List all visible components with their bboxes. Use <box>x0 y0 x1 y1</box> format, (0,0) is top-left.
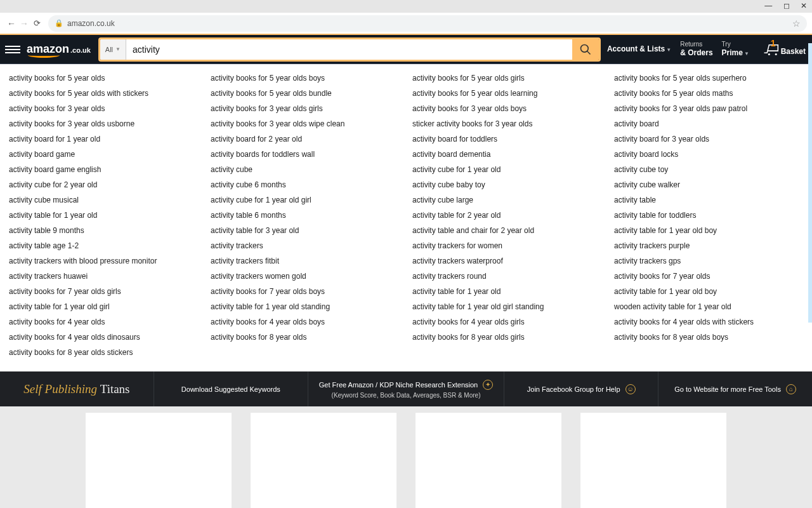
suggestion-item <box>211 345 400 360</box>
suggestion-item[interactable]: activity board dementia <box>412 147 601 162</box>
suggestion-item[interactable]: activity table for 1 year old boy <box>614 223 803 238</box>
ext-brand[interactable]: Self Publishing Titans <box>0 371 154 406</box>
hamburger-menu[interactable] <box>5 42 20 57</box>
suggestion-item[interactable]: activity trackers with blood pressure mo… <box>9 253 198 269</box>
suggestion-item[interactable]: activity books for 5 year olds bundle <box>211 86 400 101</box>
suggestion-item[interactable]: activity table for 1 year old boy <box>614 284 803 299</box>
close-icon[interactable]: ✕ <box>801 1 807 10</box>
ext-download-keywords[interactable]: Download Suggested Keywords <box>154 371 308 406</box>
suggestion-item[interactable]: activity books for 3 year olds <box>9 101 198 116</box>
amazon-logo[interactable]: amazon .co.uk <box>27 43 91 56</box>
suggestion-item[interactable]: activity trackers round <box>412 269 601 284</box>
suggestion-item[interactable]: activity table <box>614 192 803 208</box>
suggestion-item[interactable]: activity books for 7 year olds girls <box>9 284 198 299</box>
suggestion-item[interactable]: activity cube <box>211 162 400 177</box>
suggestion-item[interactable]: sticker activity books for 3 year olds <box>412 116 601 131</box>
suggestion-item[interactable]: activity trackers waterproof <box>412 253 601 269</box>
smile-icon <box>28 53 60 58</box>
returns-link[interactable]: Returns & Orders <box>680 41 712 57</box>
suggestion-item[interactable]: activity books for 5 year olds learning <box>412 86 601 101</box>
suggestion-item[interactable]: activity books for 4 year olds girls <box>412 314 601 330</box>
suggestion-item[interactable]: activity table for 2 year old <box>412 208 601 223</box>
suggestion-item[interactable]: activity books for 4 year olds <box>9 314 198 330</box>
suggestion-item[interactable]: activity cube musical <box>9 192 198 208</box>
suggestion-item <box>412 345 601 360</box>
bookmark-icon[interactable]: ☆ <box>792 18 801 29</box>
suggestion-item[interactable]: activity trackers gps <box>614 253 803 269</box>
suggestion-item[interactable]: activity board for toddlers <box>412 131 601 147</box>
suggestion-item[interactable]: activity books for 8 year olds girls <box>412 330 601 345</box>
suggestion-item[interactable]: wooden activity table for 1 year old <box>614 299 803 314</box>
suggestion-item[interactable]: activity cube for 1 year old girl <box>211 192 400 208</box>
suggestion-item[interactable]: activity trackers purple <box>614 238 803 253</box>
reload-button[interactable]: ⟳ <box>30 18 43 28</box>
suggestion-item[interactable]: activity books for 4 year olds with stic… <box>614 314 803 330</box>
suggestion-item[interactable]: activity cube for 2 year old <box>9 177 198 192</box>
scrollbar[interactable] <box>808 43 812 323</box>
back-button[interactable]: ← <box>5 18 18 29</box>
suggestion-item[interactable]: activity board for 3 year olds <box>614 131 803 147</box>
suggestion-item[interactable]: activity books for 3 year olds girls <box>211 101 400 116</box>
suggestion-item[interactable]: activity books for 5 year olds maths <box>614 86 803 101</box>
search-button[interactable] <box>572 39 599 60</box>
account-link[interactable]: Account & Lists▼ <box>607 44 671 53</box>
suggestion-item[interactable]: activity books for 3 year olds usborne <box>9 116 198 131</box>
suggestion-item[interactable]: activity table for 1 year old girl <box>9 299 198 314</box>
suggestion-item[interactable]: activity trackers women gold <box>211 269 400 284</box>
suggestion-item[interactable]: activity board for 2 year old <box>211 131 400 147</box>
suggestion-item[interactable]: activity table 6 months <box>211 208 400 223</box>
suggestion-item[interactable]: activity board <box>614 116 803 131</box>
suggestion-item[interactable]: activity books for 8 year olds <box>211 330 400 345</box>
suggestion-item[interactable]: activity table for 1 year old standing <box>211 299 400 314</box>
suggestion-item[interactable]: activity books for 4 year olds boys <box>211 314 400 330</box>
suggestion-item[interactable]: activity books for 8 year olds stickers <box>9 345 198 360</box>
suggestion-item[interactable]: activity table age 1-2 <box>9 238 198 253</box>
cart-link[interactable]: 1 Basket <box>758 42 806 56</box>
suggestion-item[interactable]: activity books for 5 year olds boys <box>211 70 400 86</box>
suggestion-item[interactable]: activity table for 1 year old <box>412 284 601 299</box>
suggestion-item[interactable]: activity trackers fitbit <box>211 253 400 269</box>
suggestion-item[interactable]: activity cube large <box>412 192 601 208</box>
suggestion-item[interactable]: activity cube 6 months <box>211 177 400 192</box>
suggestion-item[interactable]: activity cube walker <box>614 177 803 192</box>
suggestion-item[interactable]: activity books for 7 year olds <box>614 269 803 284</box>
suggestion-item[interactable]: activity books for 5 year olds <box>9 70 198 86</box>
minimize-icon[interactable]: — <box>764 1 772 10</box>
suggestion-item[interactable]: activity cube baby toy <box>412 177 601 192</box>
suggestion-item[interactable]: activity board locks <box>614 147 803 162</box>
suggestion-item[interactable]: activity cube toy <box>614 162 803 177</box>
suggestion-item[interactable]: activity board game english <box>9 162 198 177</box>
suggestion-item[interactable]: activity books for 4 year olds dinosaurs <box>9 330 198 345</box>
search-input[interactable] <box>126 39 572 60</box>
suggestion-item[interactable]: activity cube for 1 year old <box>412 162 601 177</box>
suggestion-item[interactable]: activity books for 7 year olds boys <box>211 284 400 299</box>
ext-website-link[interactable]: Go to Website for more Free Tools ⌂ <box>658 371 812 406</box>
suggestion-item[interactable]: activity books for 3 year olds wipe clea… <box>211 116 400 131</box>
suggestion-item[interactable]: activity table for 1 year old <box>9 208 198 223</box>
suggestion-item[interactable]: activity books for 8 year olds boys <box>614 330 803 345</box>
suggestion-item[interactable]: activity table and chair for 2 year old <box>412 223 601 238</box>
prime-link[interactable]: Try Prime▼ <box>722 41 749 57</box>
suggestion-item[interactable]: activity books for 3 year olds paw patro… <box>614 101 803 116</box>
ext-get-extension[interactable]: Get Free Amazon / KDP Niche Research Ext… <box>308 371 504 406</box>
suggestion-item[interactable]: activity books for 5 year olds with stic… <box>9 86 198 101</box>
suggestion-item[interactable]: activity board for 1 year old <box>9 131 198 147</box>
suggestion-item[interactable]: activity board game <box>9 147 198 162</box>
address-bar[interactable]: 🔒 amazon.co.uk ☆ <box>48 15 807 32</box>
search-category-select[interactable]: All▼ <box>100 39 126 60</box>
suggestion-item[interactable]: activity trackers huawei <box>9 269 198 284</box>
suggestion-item[interactable]: activity books for 5 year olds superhero <box>614 70 803 86</box>
suggestion-item[interactable]: activity boards for toddlers wall <box>211 147 400 162</box>
suggestion-item[interactable]: activity books for 5 year olds girls <box>412 70 601 86</box>
suggestion-item[interactable]: activity table 9 months <box>9 223 198 238</box>
extension-icon: ✦ <box>483 380 493 390</box>
suggestion-item[interactable]: activity table for toddlers <box>614 208 803 223</box>
suggestion-item[interactable]: activity table for 3 year old <box>211 223 400 238</box>
suggestion-item[interactable]: activity books for 3 year olds boys <box>412 101 601 116</box>
ext-facebook-group[interactable]: Join Facebook Group for Help ☺ <box>504 371 658 406</box>
suggestion-item[interactable]: activity table for 1 year old girl stand… <box>412 299 601 314</box>
suggestion-item[interactable]: activity trackers <box>211 238 400 253</box>
suggestion-item[interactable]: activity trackers for women <box>412 238 601 253</box>
forward-button[interactable]: → <box>18 18 30 29</box>
maximize-icon[interactable]: ◻ <box>783 1 790 10</box>
